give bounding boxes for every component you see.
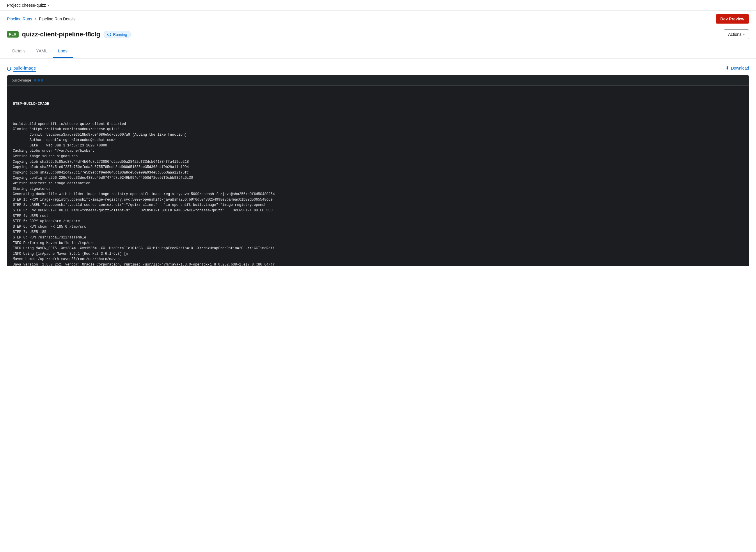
terminal-line: Date: Wed Jun 3 14:37:23 2020 +0000 [13, 143, 743, 148]
terminal-line: STEP 7: USER 185 [13, 230, 743, 235]
logs-area: build-image ⬇ Download build-image STEP-… [0, 58, 756, 266]
terminal-line: STEP 1: FROM image-registry.openshift-im… [13, 197, 743, 202]
download-icon: ⬇ [725, 65, 729, 71]
terminal-header: build-image [7, 75, 749, 86]
terminal-line: Copying config sha256:229d79cc33dec438bb… [13, 175, 743, 181]
dot-1 [34, 79, 36, 82]
breadcrumb-separator: > [34, 17, 36, 21]
breadcrumb-bar: Pipeline Runs > Pipeline Run Details Dev… [0, 11, 756, 26]
terminal-body[interactable]: STEP-BUILD-IMAGE build.build.openshift.i… [7, 86, 749, 266]
project-chevron-icon: ▾ [48, 4, 49, 7]
breadcrumb-pipeline-runs[interactable]: Pipeline Runs [7, 17, 32, 21]
status-label: Running [113, 32, 127, 37]
status-badge: Running [104, 31, 131, 38]
project-selector[interactable]: Project: cheese-quizz ▾ [7, 3, 49, 8]
download-button[interactable]: ⬇ Download [725, 65, 749, 71]
project-label-text: Project: cheese-quizz [7, 3, 46, 8]
actions-caret-icon: ▾ [743, 33, 745, 36]
terminal-line: build.build.openshift.io/cheese-quizz-cl… [13, 121, 743, 127]
terminal-line: STEP 2: LABEL "io.openshift.build.source… [13, 202, 743, 208]
step-spin-icon [7, 67, 11, 71]
tabs-bar: Details YAML Logs [0, 44, 756, 58]
terminal-dots [34, 79, 43, 82]
actions-button[interactable]: Actions ▾ [724, 29, 749, 39]
actions-label: Actions [728, 32, 741, 37]
terminal-line: STEP 5: COPY upload/src /tmp/src [13, 219, 743, 224]
terminal-line: INFO Using MAVEN_OPTS -Xms384m -Xmx1536m… [13, 246, 743, 251]
plr-badge: PLR [7, 31, 19, 37]
terminal-line: Storing signatures [13, 186, 743, 192]
terminal-line: STEP 3: ENV OPENSHIFT_BUILD_NAME="cheese… [13, 208, 743, 214]
dev-preview-button[interactable]: Dev Preview [716, 14, 749, 24]
terminal-line: INFO Performing Maven build in /tmp/src [13, 241, 743, 246]
step-link[interactable]: build-image [7, 65, 36, 72]
step-link-label: build-image [13, 65, 36, 72]
pipeline-left: PLR quizz-client-pipeline-f8clg Running [7, 30, 131, 38]
terminal-line: Copying blob sha256:51e9f237b750efcda2d5… [13, 164, 743, 170]
pipeline-header: PLR quizz-client-pipeline-f8clg Running … [0, 26, 756, 44]
terminal-lines: build.build.openshift.io/cheese-quizz-cl… [13, 121, 743, 266]
tab-details[interactable]: Details [7, 44, 31, 58]
terminal-line: Caching blobs under "/var/cache/blobs". [13, 148, 743, 154]
terminal-line: Commit: 59dabeca3aac703518bd97d04086e5d7… [13, 132, 743, 138]
terminal-line: Java version: 1.8.0_252, vendor: Oracle … [13, 262, 743, 266]
terminal-tab-label: build-image [12, 78, 31, 83]
terminal-step-title: STEP-BUILD-IMAGE [13, 101, 743, 107]
breadcrumb: Pipeline Runs > Pipeline Run Details [7, 17, 75, 21]
terminal-line: Generating dockerfile with builder image… [13, 191, 743, 197]
terminal-line: Copying blob sha256:6c85ac87d44df4b64d7c… [13, 159, 743, 165]
terminal-line: INFO Using [1mApache Maven 3.6.1 (Red Ha… [13, 251, 743, 257]
terminal-line: STEP 4: USER root [13, 214, 743, 219]
terminal-line: Copying blob sha256:68941c4273c177e5b9eb… [13, 170, 743, 175]
status-spin-icon [108, 33, 111, 36]
terminal-line: STEP 6: RUN chown -R 185:0 /tmp/src [13, 224, 743, 230]
download-label: Download [731, 66, 749, 71]
tab-yaml[interactable]: YAML [31, 44, 53, 58]
terminal-line: Writing manifest to image destination [13, 181, 743, 186]
dot-3 [41, 79, 43, 82]
top-bar: Project: cheese-quizz ▾ [0, 0, 756, 11]
terminal-line: Maven home: /opt/rh/rh-maven36/root/usr/… [13, 257, 743, 262]
tab-logs[interactable]: Logs [53, 44, 73, 58]
logs-top: build-image ⬇ Download [7, 65, 749, 72]
pipeline-title: quizz-client-pipeline-f8clg [22, 30, 101, 38]
terminal-line: Cloning "https://github.com/lbroudoux/ch… [13, 127, 743, 132]
terminal-line: Getting image source signatures [13, 154, 743, 159]
terminal-container: build-image STEP-BUILD-IMAGE build.build… [7, 75, 749, 266]
dot-2 [37, 79, 40, 82]
terminal-line: Author: opentlc-mgr <lbroudou@redhat.com… [13, 137, 743, 143]
breadcrumb-current: Pipeline Run Details [39, 17, 75, 21]
terminal-line: STEP 8: RUN /usr/local/s2i/assemble [13, 235, 743, 241]
